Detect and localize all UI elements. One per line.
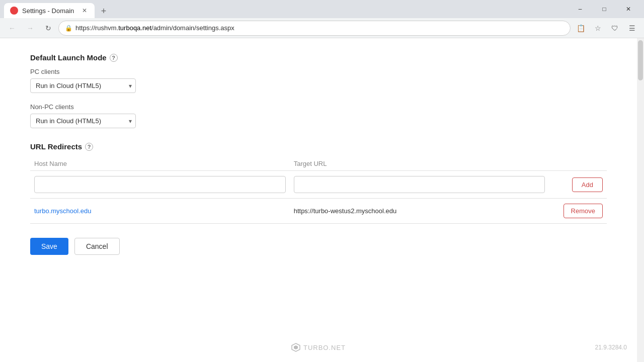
target-input-cell xyxy=(290,171,549,199)
nonpc-clients-select-wrapper: Run in Cloud (HTML5) Run on Server Run L… xyxy=(30,114,136,128)
security-icon: 🔒 xyxy=(65,25,72,32)
nonpc-clients-label: Non-PC clients xyxy=(30,103,607,111)
pc-clients-select-wrapper: Run in Cloud (HTML5) Run on Server Run L… xyxy=(30,78,136,93)
url-suffix: /admin/domain/settings.aspx xyxy=(151,24,234,32)
save-button[interactable]: Save xyxy=(30,238,68,255)
turbo-logo-icon xyxy=(291,343,300,352)
menu-button[interactable]: ☰ xyxy=(624,20,640,36)
scrollbar-thumb[interactable] xyxy=(638,40,643,80)
svg-marker-2 xyxy=(294,345,298,349)
pc-clients-label: PC clients xyxy=(30,68,607,75)
browser-frame: Settings - Domain ✕ + – □ ✕ ← → ↻ 🔒 http… xyxy=(0,0,644,362)
url-domain: turboqa.net xyxy=(118,24,151,32)
add-redirect-button[interactable]: Add xyxy=(572,177,603,192)
table-row: turbo.myschool.edu https://turbo-westus2… xyxy=(30,199,607,224)
shield-icon[interactable]: 🛡 xyxy=(607,20,623,36)
cancel-button[interactable]: Cancel xyxy=(74,238,120,255)
footer-logo: TURBO.NET xyxy=(291,343,346,352)
redirects-input-row: Add xyxy=(30,171,607,199)
pc-clients-field: PC clients Run in Cloud (HTML5) Run on S… xyxy=(30,68,607,93)
scrollbar-track[interactable] xyxy=(637,38,644,362)
default-launch-mode-title: Default Launch Mode ? xyxy=(30,53,607,62)
action-buttons: Save Cancel xyxy=(30,238,607,255)
main-area: Default Launch Mode ? PC clients Run in … xyxy=(0,38,637,333)
footer-brand: TURBO.NET xyxy=(303,344,346,351)
target-value-cell: https://turbo-westus2.myschool.edu xyxy=(290,199,549,224)
tab-close-button[interactable]: ✕ xyxy=(80,7,89,15)
col-header-action xyxy=(549,157,607,171)
host-input-cell xyxy=(30,171,290,199)
col-header-host: Host Name xyxy=(30,157,290,171)
page-footer: TURBO.NET 21.9.3284.0 xyxy=(0,333,637,362)
nav-bar: ← → ↻ 🔒 https://rushvm.turboqa.net/admin… xyxy=(0,18,644,38)
redirects-header-row: Host Name Target URL xyxy=(30,157,607,171)
page-content: Default Launch Mode ? PC clients Run in … xyxy=(0,38,637,362)
url-redirects-help-icon[interactable]: ? xyxy=(85,143,93,151)
remove-button-cell: Remove xyxy=(549,199,607,224)
title-bar: Settings - Domain ✕ + – □ ✕ xyxy=(0,0,644,18)
minimize-button[interactable]: – xyxy=(569,1,592,17)
host-value-cell: turbo.myschool.edu xyxy=(30,199,290,224)
back-button[interactable]: ← xyxy=(4,20,20,36)
host-name-input[interactable] xyxy=(34,176,286,193)
host-link[interactable]: turbo.myschool.edu xyxy=(34,207,91,215)
nonpc-clients-select[interactable]: Run in Cloud (HTML5) Run on Server Run L… xyxy=(30,114,136,128)
url-prefix: https://rushvm. xyxy=(75,24,118,32)
nonpc-clients-field: Non-PC clients Run in Cloud (HTML5) Run … xyxy=(30,103,607,128)
address-bar[interactable]: 🔒 https://rushvm.turboqa.net/admin/domai… xyxy=(58,21,571,36)
tab-title: Settings - Domain xyxy=(22,7,74,15)
default-launch-help-icon[interactable]: ? xyxy=(110,54,118,62)
nav-right: 📋 ☆ 🛡 ☰ xyxy=(573,20,640,36)
tab-favicon xyxy=(10,7,18,15)
close-button[interactable]: ✕ xyxy=(617,1,640,17)
redirects-table: Host Name Target URL xyxy=(30,157,607,224)
svg-point-0 xyxy=(12,8,17,13)
default-launch-mode-section: Default Launch Mode ? PC clients Run in … xyxy=(30,53,607,128)
url-redirects-section: URL Redirects ? Host Name Target URL xyxy=(30,142,607,224)
bookmarks-icon[interactable]: 📋 xyxy=(573,20,589,36)
tab-bar: Settings - Domain ✕ + xyxy=(4,0,111,18)
new-tab-button[interactable]: + xyxy=(97,4,111,18)
footer-version: 21.9.3284.0 xyxy=(595,344,627,351)
pc-clients-select[interactable]: Run in Cloud (HTML5) Run on Server Run L… xyxy=(30,78,136,93)
window-controls: – □ ✕ xyxy=(569,1,640,17)
url-redirects-title: URL Redirects ? xyxy=(30,142,607,151)
add-button-cell: Add xyxy=(549,171,607,199)
url-display: https://rushvm.turboqa.net/admin/domain/… xyxy=(75,24,234,32)
remove-redirect-button[interactable]: Remove xyxy=(564,204,603,218)
reload-button[interactable]: ↻ xyxy=(40,20,56,36)
maximize-button[interactable]: □ xyxy=(593,1,616,17)
forward-button[interactable]: → xyxy=(22,20,38,36)
active-tab[interactable]: Settings - Domain ✕ xyxy=(4,3,95,18)
col-header-target: Target URL xyxy=(290,157,549,171)
target-url-input[interactable] xyxy=(294,176,545,193)
star-icon[interactable]: ☆ xyxy=(590,20,606,36)
